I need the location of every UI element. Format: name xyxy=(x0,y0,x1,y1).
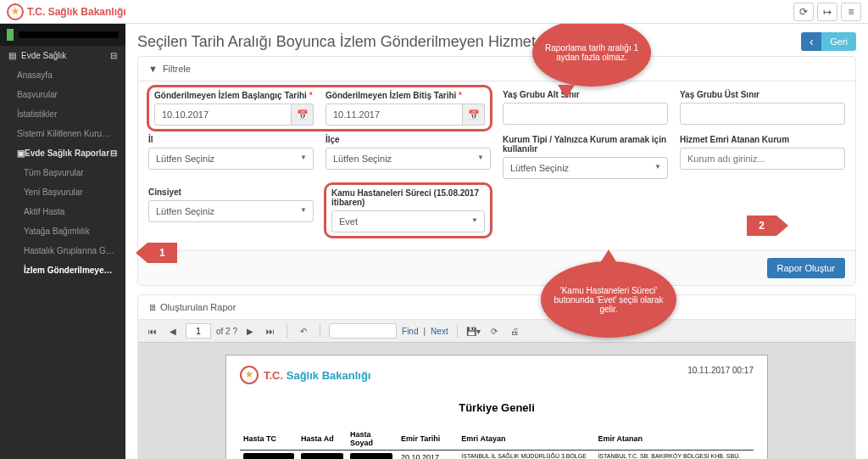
callout-kamu-evet: 'Kamu Hastaneleri Süreci' butonunda 'Eve… xyxy=(541,261,676,338)
back-parent-icon[interactable]: ↶ xyxy=(296,323,311,339)
sidebar-item-istatistikler[interactable]: İstatistikler xyxy=(0,104,125,124)
cinsiyet-label: Cinsiyet xyxy=(148,188,314,197)
age-max-input[interactable] xyxy=(680,103,845,125)
calendar-icon[interactable]: 📅 xyxy=(463,104,485,126)
sidebar-item-anasayfa[interactable]: Anasayfa xyxy=(0,65,125,85)
layers-icon: ▤ xyxy=(8,51,16,60)
age-min-label: Yaş Grubu Alt Sınır xyxy=(503,90,668,99)
chevron-left-icon: ‹ xyxy=(801,32,821,51)
hizmet-emri-input[interactable] xyxy=(680,148,845,170)
redacted-tc xyxy=(243,453,294,459)
sidebar-item-basvurular[interactable]: Başvurular xyxy=(0,85,125,104)
redacted-soyad xyxy=(350,453,392,459)
il-select[interactable]: Lütfen Seçiniz xyxy=(148,148,314,170)
document-icon: 🗎 xyxy=(148,302,158,312)
table-row: 20.10.2017 00:00:00 İSTANBUL İL SAĞLIK M… xyxy=(240,451,754,460)
il-label: İl xyxy=(148,135,314,144)
step-badge-2: 2 xyxy=(747,216,776,236)
report-brand-logo xyxy=(240,366,259,384)
report-title: Türkiye Geneli xyxy=(240,401,754,414)
calendar-icon[interactable]: 📅 xyxy=(292,104,314,126)
kamu-label: Kamu Hastaneleri Süreci (15.08.2017 itib… xyxy=(331,188,485,207)
page-input[interactable] xyxy=(186,323,211,339)
back-button[interactable]: ‹ Geri xyxy=(801,32,856,51)
end-date-input[interactable] xyxy=(326,104,463,126)
age-max-label: Yaş Grubu Üst Sınır xyxy=(680,90,845,99)
create-report-button[interactable]: Rapor Oluştur xyxy=(767,258,845,278)
kurum-tipi-select[interactable]: Lütfen Seçiniz xyxy=(503,157,668,179)
start-date-label: Gönderilmeyen İzlem Başlangıç Tarihi * xyxy=(154,91,314,100)
next-page-icon[interactable]: ▶ xyxy=(242,323,258,339)
sidebar: ▤Evde Sağlık ⊟ Anasayfa Başvurular İstat… xyxy=(0,24,125,459)
kurum-tipi-label: Kurum Tipi / Yalnızca Kurum aramak için … xyxy=(503,135,668,154)
first-page-icon[interactable]: ⏮ xyxy=(145,323,160,339)
sidebar-item-aktif-hasta[interactable]: Aktif Hasta xyxy=(0,202,125,221)
brand-logo xyxy=(7,3,24,20)
prev-page-icon[interactable]: ◀ xyxy=(165,323,181,339)
collapse-icon: ⊟ xyxy=(110,148,117,158)
logout-icon[interactable]: ↦ xyxy=(817,3,837,21)
filter-icon: ▼ xyxy=(148,64,158,74)
ilce-label: İlçe xyxy=(326,135,491,144)
export-icon[interactable]: 💾▾ xyxy=(466,323,481,339)
cinsiyet-select[interactable]: Lütfen Seçiniz xyxy=(148,200,314,222)
step-badge-1: 1 xyxy=(147,243,177,263)
next-link[interactable]: Next xyxy=(431,327,448,336)
page-of-text: of 2 ? xyxy=(216,327,237,336)
sidebar-item-izlem-gonderilmeyen[interactable]: İzlem Gönderilmeyen Süreçler xyxy=(0,260,125,281)
end-date-label: Gönderilmeyen İzlem Bitiş Tarihi * xyxy=(326,91,485,100)
report-heading: 🗎 Oluşturulan Rapor xyxy=(138,295,855,320)
refresh-icon[interactable]: ⟳ xyxy=(793,3,814,21)
user-row[interactable] xyxy=(0,24,125,46)
sidebar-group-evde-saglik[interactable]: ▤Evde Sağlık ⊟ xyxy=(0,46,125,65)
page-title: Seçilen Tarih Aralığı Boyunca İzlem Gönd… xyxy=(137,33,592,51)
sidebar-item-yataga-bagimli[interactable]: Yatağa Bağımlılık xyxy=(0,221,125,241)
collapse-icon: ⊟ xyxy=(110,51,117,60)
sidebar-item-hastalik-gruplari[interactable]: Hastalık Gruplarına Göre xyxy=(0,241,125,260)
report-datetime: 10.11.2017 00:17 xyxy=(687,366,754,375)
refresh-report-icon[interactable]: ⟳ xyxy=(487,323,502,339)
redacted-ad xyxy=(301,453,343,459)
hizmet-emri-label: Hizmet Emri Atanan Kurum xyxy=(680,135,845,144)
report-table: Hasta TC Hasta Ad Hasta Soyad Emir Tarih… xyxy=(240,428,754,459)
report-toolbar: ⏮ ◀ of 2 ? ▶ ⏭ ↶ Find | Next 💾▾ ⟳ 🖨 xyxy=(138,320,855,343)
report-icon: ▣ xyxy=(17,148,25,158)
filter-panel: ▼ Filtrele Gönderilmeyen İzlem Başlangıç… xyxy=(137,56,856,286)
age-min-input[interactable] xyxy=(503,103,668,125)
kamu-select[interactable]: Evet xyxy=(331,210,485,232)
avatar xyxy=(7,29,14,41)
filter-heading[interactable]: ▼ Filtrele xyxy=(138,57,855,81)
sidebar-item-tum-basvurular[interactable]: Tüm Başvurular xyxy=(0,163,125,182)
last-page-icon[interactable]: ⏭ xyxy=(263,323,278,339)
find-input[interactable] xyxy=(329,323,397,339)
ilce-select[interactable]: Lütfen Seçiniz xyxy=(326,148,491,170)
menu-icon[interactable]: ≡ xyxy=(841,3,861,21)
sidebar-item-kilitlenen[interactable]: Sistemi Kilitlenen Kurum Listesi xyxy=(0,124,125,143)
sidebar-item-yeni-basvurular[interactable]: Yeni Başvurular xyxy=(0,182,125,202)
find-link[interactable]: Find xyxy=(402,327,418,336)
report-page: 10.11.2017 00:17 T.C. Sağlık Bakanlığı T… xyxy=(225,355,768,459)
start-date-input[interactable] xyxy=(154,104,292,126)
sidebar-subgroup-raporlar[interactable]: ▣Evde Sağlık Raporlar ⊟ xyxy=(0,143,125,163)
brand: T.C. Sağlık Bakanlığı xyxy=(7,3,126,20)
user-name-redacted xyxy=(19,31,119,38)
print-icon[interactable]: 🖨 xyxy=(507,323,522,339)
